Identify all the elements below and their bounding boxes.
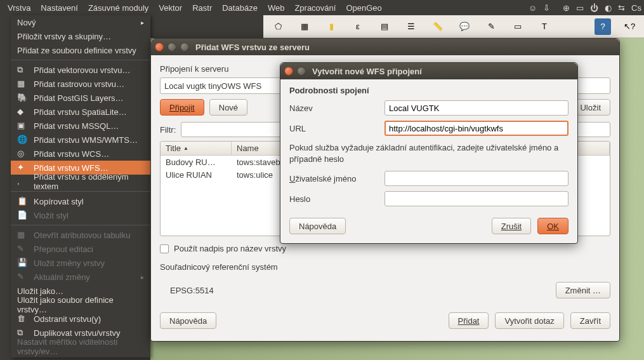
use-title-label: Použít nadpis pro název vrstvy [174,244,286,253]
menu-add-wms[interactable]: 🌐Přidat vrstvu WMS/WMTS… [11,133,150,147]
ok-button[interactable]: OK [537,218,568,234]
cancel-button[interactable]: Zrušit [492,218,532,234]
toolbar: ⬠ ▦ ▮ ε ▤ ☰ 📏 💬 ✎ ▭ T ? ↖? [263,15,644,38]
system-tray: ☺ ⇩ ⊕ ▭ ⏻ ◐ ⇆ Cs [529,3,641,13]
col-title[interactable]: Title▲ [161,142,232,155]
menu-add-spatialite[interactable]: ◆Přidat vrstvu SpatiaLite… [11,105,150,119]
vector-icon: ⧉ [17,65,27,75]
remove-icon: 🗑 [17,314,27,324]
edits-icon: ✎ [17,272,27,282]
menu-add-from-def[interactable]: Přidat ze souboru definice vrstvy [11,43,150,57]
menu-zpracovani[interactable]: Zpracování [289,1,341,15]
help-button[interactable]: Nápověda [289,218,346,234]
dialog-title: Přidat WFS vrstvu ze serveru [195,43,310,52]
wfs-icon: ✦ [17,163,27,173]
filter-label: Filtr: [160,125,176,135]
menu-paste-style: 📄Vložit styl [11,208,150,222]
auth-hint: Pokud služba vyžaduje základní autentifi… [289,142,568,164]
password-label: Heslo [289,194,378,204]
grid-icon[interactable]: ▤ [376,18,393,35]
username-label: UUživatelské jménoživatelské jméno [289,174,378,183]
menu-add-postgis[interactable]: 🐘Přidat PostGIS Layers… [11,91,150,105]
spatialite-icon: ◆ [17,107,27,117]
menu-add-raster[interactable]: ▦Přidat rastrovou vrstvu… [11,77,150,91]
list-icon[interactable]: ☰ [403,18,419,35]
whatsthis-icon[interactable]: ↖? [621,18,638,35]
sound-icon[interactable]: ◐ [605,3,612,13]
menu-moduly[interactable]: Zásuvné moduly [83,1,154,15]
menu-current-edits: ✎Aktuální změny▸ [11,270,150,284]
menu-databaze[interactable]: Databáze [217,1,263,15]
smiley-icon[interactable]: ☺ [529,3,537,13]
layer-menu: Nový▸ Přiložit vrstvy a skupiny… Přidat … [11,15,150,357]
select-icon[interactable]: ▦ [296,18,313,35]
calendar-icon[interactable]: ▭ [576,3,584,13]
details-heading: Podrobnosti spojení [289,86,568,95]
raster-icon: ▦ [17,79,27,89]
url-input[interactable] [384,121,568,136]
name-input[interactable] [384,100,568,116]
keyboard-layout[interactable]: Cs [631,3,641,13]
maximize-icon[interactable] [180,43,189,51]
use-title-checkbox[interactable] [160,244,169,253]
menu-web[interactable]: Web [263,1,290,15]
ruler-icon[interactable]: 📏 [430,18,446,35]
network-icon[interactable]: ⇆ [618,3,625,13]
postgis-icon: 🐘 [17,93,27,103]
wcs-icon: ◎ [17,149,27,159]
sort-asc-icon: ▲ [183,145,188,151]
dialog-titlebar[interactable]: Vytvořit nové WFS připojení [280,63,577,79]
dialog-titlebar[interactable]: Přidat WFS vrstvu ze serveru [151,39,619,55]
paste-icon: 📄 [17,210,27,220]
menu-add-vector[interactable]: ⧉Přidat vektorovou vrstvu… [11,63,150,77]
rect-icon[interactable]: ▭ [509,18,526,35]
note-icon[interactable]: ▮ [323,18,339,35]
battery-icon[interactable]: ⏻ [590,3,598,13]
menu-add-wcs[interactable]: ◎Přidat vrstvu WCS… [11,147,150,161]
edit-icon[interactable]: ✎ [483,18,499,35]
pencil-icon: ✎ [17,244,27,254]
globe-icon[interactable]: ⊕ [563,3,570,13]
menu-save-as-def[interactable]: Uložit jako soubor definice vrstvy… [11,298,150,312]
change-crs-button[interactable]: Změnit … [556,282,610,298]
minimize-icon[interactable] [297,67,306,76]
menu-save-edits: 💾Uložit změny vrstvy [11,256,150,270]
menu-vrstva[interactable]: Vrstva [3,1,36,15]
close-icon[interactable] [284,67,293,76]
csv-icon: , [17,177,27,187]
help-button[interactable]: Nápověda [160,312,216,329]
crs-value: EPSG:5514 [170,286,214,295]
menu-set-scale: Nastavit měřítko viditelnosti vrstvy/ev… [11,340,150,354]
polygon-icon[interactable]: ⬠ [270,18,286,35]
text-icon[interactable]: T [536,18,553,35]
menu-add-mssql[interactable]: ▣Přidat vrstvu MSSQL… [11,119,150,133]
menu-embed[interactable]: Přiložit vrstvy a skupiny… [11,29,150,43]
close-icon[interactable] [155,43,164,51]
url-label: URL [289,124,378,133]
minimize-icon[interactable] [168,43,176,51]
menu-vektor[interactable]: Vektor [154,1,187,15]
menu-opengeo[interactable]: OpenGeo [341,1,386,15]
connect-button[interactable]: Připojit [160,99,204,116]
password-input[interactable] [384,191,568,206]
mssql-icon: ▣ [17,121,27,131]
name-label: Název [289,103,378,113]
bubble-icon[interactable]: 💬 [456,18,473,35]
close-button[interactable]: Zavřít [570,312,610,329]
epsilon-icon[interactable]: ε [350,18,366,35]
menu-toggle-edit: ✎Přepnout editaci [11,242,150,256]
menu-rastr[interactable]: Rastr [187,1,217,15]
menu-add-csv[interactable]: ,Přidat vrstvu s odděleným textem [11,175,150,189]
dropbox-icon[interactable]: ⇩ [543,3,550,13]
help-icon[interactable]: ? [595,18,611,35]
new-button[interactable]: Nové [209,99,247,116]
menubar: Vrstva Nastavení Zásuvné moduly Vektor R… [0,0,644,15]
add-button[interactable]: Přidat [449,312,489,329]
menu-copy-style[interactable]: 📋Kopírovat styl [11,194,150,208]
username-input[interactable] [384,171,568,186]
save-icon: 💾 [17,258,27,268]
build-query-button[interactable]: Vytvořit dotaz [495,312,563,329]
duplicate-icon: ⧉ [17,328,27,338]
menu-nastaveni[interactable]: Nastavení [36,1,83,15]
menu-new[interactable]: Nový▸ [11,15,150,29]
